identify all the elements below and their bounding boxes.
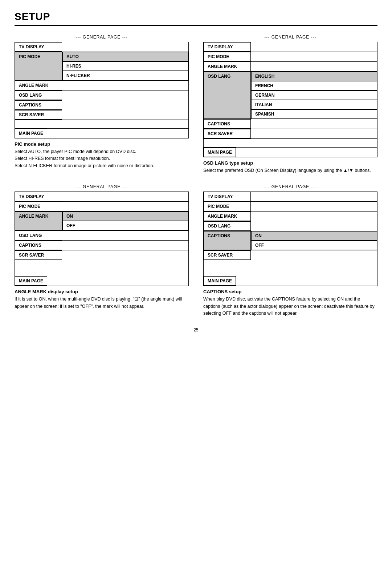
page-number: 25 <box>15 327 377 333</box>
menu-row-scr-saver-bl: SCR SAVER <box>15 250 188 260</box>
main-page-row-bl: MAIN PAGE <box>15 276 188 286</box>
main-page-item-bl[interactable]: MAIN PAGE <box>15 276 47 286</box>
menu-item-osd-lang-bl[interactable]: OSD LANG <box>15 231 62 240</box>
menu-row-scr-saver-tl: SCR SAVER <box>15 110 188 120</box>
desc-captions: CAPTIONS setup When play DVD disc, activ… <box>203 289 377 317</box>
menu-item-osd-lang-tr[interactable]: OSD LANG <box>204 72 251 119</box>
menu-row-pic-mode-br: PIC MODE <box>204 202 377 212</box>
top-row: --- GENERAL PAGE --- TV DISPLAY PIC MODE… <box>15 35 377 174</box>
desc-text-pic-mode: Select AUTO, the player PIC mode will de… <box>15 148 189 169</box>
desc-osd-lang: OSD LANG type setup Select the preferred… <box>203 160 377 174</box>
main-page-row-br: MAIN PAGE <box>204 276 377 286</box>
menu-row-scr-saver-tr: SCR SAVER <box>204 129 377 139</box>
menu-item-angle-mark-tr[interactable]: ANGLE MARK <box>204 62 251 71</box>
menu-item-captions-bl[interactable]: CAPTIONS <box>15 241 62 250</box>
menu-row-tv-display-tl: TV DISPLAY <box>15 42 188 52</box>
menu-row-angle-mark-br: ANGLE MARK <box>204 212 377 221</box>
menu-item-captions-tl[interactable]: CAPTIONS <box>15 100 62 110</box>
menu-row-osd-lang-br: OSD LANG <box>204 221 377 231</box>
desc-text-osd-lang: Select the preferred OSD (On Screen Disp… <box>203 167 377 174</box>
main-page-item-br[interactable]: MAIN PAGE <box>204 276 236 286</box>
menu-item-scr-saver-bl[interactable]: SCR SAVER <box>15 250 62 260</box>
submenu-option-captions-off[interactable]: OFF <box>251 241 377 250</box>
menu-item-tv-display-tr[interactable]: TV DISPLAY <box>204 42 251 52</box>
submenu-option-captions-on[interactable]: ON <box>251 231 377 241</box>
menu-row-angle-mark-tl: ANGLE MARK <box>15 81 188 90</box>
menu-box-top-right: TV DISPLAY PIC MODE ANGLE MARK OSD LANG … <box>203 42 377 157</box>
section-bottom-right: --- GENERAL PAGE --- TV DISPLAY PIC MODE… <box>203 184 377 317</box>
submenu-option-french[interactable]: FRENCH <box>251 81 377 90</box>
menu-item-tv-display-tl[interactable]: TV DISPLAY <box>15 42 62 52</box>
menu-box-bottom-right: TV DISPLAY PIC MODE ANGLE MARK OSD LANG … <box>203 192 377 286</box>
desc-title-osd-lang: OSD LANG type setup <box>203 160 377 166</box>
menu-item-angle-mark-br[interactable]: ANGLE MARK <box>204 212 251 221</box>
submenu-option-hires[interactable]: HI-RES <box>62 61 188 71</box>
main-page-item-tl[interactable]: MAIN PAGE <box>15 129 47 138</box>
menu-row-osd-lang-tl: OSD LANG <box>15 90 188 100</box>
menu-row-angle-mark-bl: ANGLE MARK ON OFF <box>15 212 188 231</box>
submenu-option-on-bl[interactable]: ON <box>62 212 188 221</box>
menu-item-osd-lang-br[interactable]: OSD LANG <box>204 221 251 231</box>
section-top-right: --- GENERAL PAGE --- TV DISPLAY PIC MODE… <box>203 35 377 174</box>
menu-item-angle-mark-tl[interactable]: ANGLE MARK <box>15 81 62 90</box>
desc-pic-mode: PIC mode setup Select AUTO, the player P… <box>15 141 189 169</box>
submenu-pic-mode-tl: AUTO HI-RES N-FLICKER <box>62 52 188 80</box>
menu-row-captions-bl: CAPTIONS <box>15 241 188 250</box>
menu-item-tv-display-bl[interactable]: TV DISPLAY <box>15 192 62 201</box>
main-page-row-tl: MAIN PAGE <box>15 128 188 138</box>
main-page-row-tr: MAIN PAGE <box>204 147 377 157</box>
menu-item-pic-mode-br[interactable]: PIC MODE <box>204 202 251 211</box>
submenu-option-german[interactable]: GERMAN <box>251 90 377 100</box>
section-bottom-left: --- GENERAL PAGE --- TV DISPLAY PIC MODE… <box>15 184 189 317</box>
submenu-captions-br: ON OFF <box>251 231 377 250</box>
menu-item-tv-display-br[interactable]: TV DISPLAY <box>204 192 251 201</box>
menu-box-top-left: TV DISPLAY PIC MODE AUTO HI-RES N-FLICKE… <box>15 42 189 138</box>
desc-text-angle-mark: If it is set to ON, when the multi-angle… <box>15 296 189 310</box>
menu-row-osd-lang-tr: OSD LANG ENGLISH FRENCH GERMAN ITALIAN S… <box>204 72 377 119</box>
section-top-left: --- GENERAL PAGE --- TV DISPLAY PIC MODE… <box>15 35 189 174</box>
menu-row-tv-display-tr: TV DISPLAY <box>204 42 377 52</box>
section-label-top-right: --- GENERAL PAGE --- <box>203 35 377 40</box>
submenu-osd-lang-tr: ENGLISH FRENCH GERMAN ITALIAN SPANISH <box>251 72 377 119</box>
menu-row-scr-saver-br: SCR SAVER <box>204 250 377 260</box>
page-title: SETUP <box>15 11 377 26</box>
menu-row-pic-mode-tl: PIC MODE AUTO HI-RES N-FLICKER <box>15 52 188 81</box>
menu-item-osd-lang-tl[interactable]: OSD LANG <box>15 90 62 100</box>
submenu-option-italian[interactable]: ITALIAN <box>251 100 377 109</box>
section-label-top-left: --- GENERAL PAGE --- <box>15 35 189 40</box>
submenu-option-english[interactable]: ENGLISH <box>251 72 377 81</box>
menu-row-osd-lang-bl: OSD LANG <box>15 231 188 241</box>
menu-item-scr-saver-br[interactable]: SCR SAVER <box>204 250 251 260</box>
desc-text-captions: When play DVD disc, activate the CAPTION… <box>203 296 377 317</box>
desc-title-angle-mark: ANGLE MARK display setup <box>15 289 189 294</box>
menu-item-scr-saver-tr[interactable]: SCR SAVER <box>204 129 251 138</box>
desc-title-captions: CAPTIONS setup <box>203 289 377 294</box>
main-page-item-tr[interactable]: MAIN PAGE <box>204 148 236 157</box>
menu-item-scr-saver-tl[interactable]: SCR SAVER <box>15 110 62 120</box>
menu-row-pic-mode-tr: PIC MODE <box>204 52 377 62</box>
section-label-bottom-right: --- GENERAL PAGE --- <box>203 184 377 189</box>
menu-row-captions-tr: CAPTIONS <box>204 119 377 129</box>
menu-row-tv-display-br: TV DISPLAY <box>204 192 377 202</box>
menu-row-captions-br: CAPTIONS ON OFF <box>204 231 377 250</box>
menu-item-captions-br[interactable]: CAPTIONS <box>204 231 251 250</box>
menu-row-captions-tl: CAPTIONS <box>15 100 188 110</box>
desc-title-pic-mode: PIC mode setup <box>15 141 189 147</box>
menu-item-pic-mode-bl[interactable]: PIC MODE <box>15 202 62 211</box>
menu-item-pic-mode-tr[interactable]: PIC MODE <box>204 52 251 61</box>
submenu-option-spanish[interactable]: SPANISH <box>251 109 377 119</box>
desc-angle-mark: ANGLE MARK display setup If it is set to… <box>15 289 189 310</box>
menu-item-captions-tr[interactable]: CAPTIONS <box>204 119 251 129</box>
bottom-row: --- GENERAL PAGE --- TV DISPLAY PIC MODE… <box>15 184 377 317</box>
submenu-option-auto[interactable]: AUTO <box>62 52 188 61</box>
section-label-bottom-left: --- GENERAL PAGE --- <box>15 184 189 189</box>
menu-item-angle-mark-bl[interactable]: ANGLE MARK <box>15 212 62 230</box>
menu-row-tv-display-bl: TV DISPLAY <box>15 192 188 202</box>
menu-row-angle-mark-tr: ANGLE MARK <box>204 62 377 72</box>
menu-row-pic-mode-bl: PIC MODE <box>15 202 188 212</box>
submenu-option-nflicker[interactable]: N-FLICKER <box>62 71 188 80</box>
submenu-option-off-bl[interactable]: OFF <box>62 221 188 230</box>
submenu-angle-mark-bl: ON OFF <box>62 212 188 230</box>
menu-item-pic-mode-tl[interactable]: PIC MODE <box>15 52 62 80</box>
menu-box-bottom-left: TV DISPLAY PIC MODE ANGLE MARK ON OFF OS… <box>15 192 189 286</box>
